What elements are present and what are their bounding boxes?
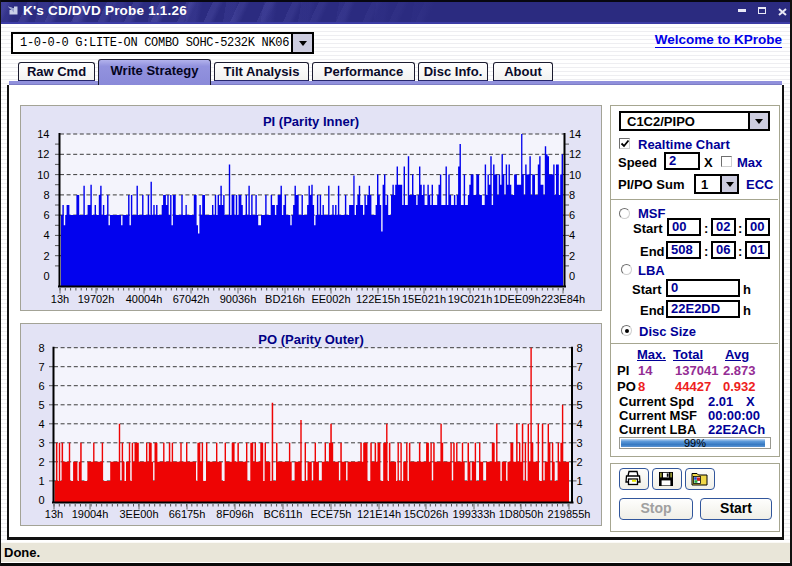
svg-text:40004h: 40004h <box>126 293 163 305</box>
svg-text:1DEE09h: 1DEE09h <box>493 293 540 305</box>
svg-text:1D8050h: 1D8050h <box>499 508 544 520</box>
svg-text:1: 1 <box>38 475 44 487</box>
svg-text:BD216h: BD216h <box>265 293 305 305</box>
svg-text:BC611h: BC611h <box>264 508 303 520</box>
svg-text:6: 6 <box>43 209 49 221</box>
svg-text:122E15h: 122E15h <box>356 293 400 305</box>
svg-text:6: 6 <box>38 380 44 392</box>
svg-text:12: 12 <box>37 148 49 160</box>
svg-text:13h: 13h <box>45 508 63 520</box>
svg-text:ECE75h: ECE75h <box>311 508 352 520</box>
svg-text:PI (Parity Inner): PI (Parity Inner) <box>263 114 359 129</box>
svg-text:219855h: 219855h <box>548 508 591 520</box>
svg-text:8: 8 <box>38 342 44 354</box>
svg-text:8: 8 <box>577 342 583 354</box>
svg-text:4: 4 <box>577 418 583 430</box>
svg-text:0: 0 <box>38 494 44 506</box>
svg-text:6: 6 <box>577 380 583 392</box>
svg-text:1: 1 <box>577 475 583 487</box>
svg-text:8: 8 <box>43 189 49 201</box>
svg-text:10: 10 <box>37 169 49 181</box>
svg-text:4: 4 <box>38 418 44 430</box>
svg-text:13h: 13h <box>51 293 69 305</box>
svg-text:12: 12 <box>569 148 581 160</box>
svg-text:4: 4 <box>43 229 49 241</box>
svg-text:66175h: 66175h <box>169 508 206 520</box>
svg-text:EE002h: EE002h <box>311 293 350 305</box>
svg-text:14: 14 <box>37 128 49 140</box>
svg-text:10: 10 <box>569 169 581 181</box>
svg-text:2: 2 <box>38 456 44 468</box>
svg-text:8F096h: 8F096h <box>216 508 253 520</box>
svg-text:3EE00h: 3EE00h <box>119 508 158 520</box>
svg-text:199333h: 199333h <box>453 508 496 520</box>
svg-text:7: 7 <box>38 361 44 373</box>
svg-text:19C021h: 19C021h <box>448 293 493 305</box>
svg-text:8: 8 <box>569 189 575 201</box>
svg-text:19702h: 19702h <box>78 293 115 305</box>
svg-text:67042h: 67042h <box>173 293 210 305</box>
svg-text:5: 5 <box>577 399 583 411</box>
svg-text:6: 6 <box>569 209 575 221</box>
svg-text:5: 5 <box>38 399 44 411</box>
svg-text:14: 14 <box>569 128 581 140</box>
svg-text:0: 0 <box>43 270 49 282</box>
svg-text:7: 7 <box>577 361 583 373</box>
svg-text:2: 2 <box>569 250 575 262</box>
svg-text:15C026h: 15C026h <box>404 508 449 520</box>
svg-text:0: 0 <box>577 494 583 506</box>
svg-text:4: 4 <box>569 229 575 241</box>
svg-text:2: 2 <box>43 250 49 262</box>
svg-text:19004h: 19004h <box>72 508 109 520</box>
svg-text:223E84h: 223E84h <box>541 293 585 305</box>
svg-text:90036h: 90036h <box>220 293 257 305</box>
svg-text:0: 0 <box>569 270 575 282</box>
svg-text:3: 3 <box>38 437 44 449</box>
svg-text:PO (Parity Outer): PO (Parity Outer) <box>258 332 363 347</box>
svg-text:2: 2 <box>577 456 583 468</box>
svg-text:121E14h: 121E14h <box>357 508 401 520</box>
svg-text:15E021h: 15E021h <box>402 293 446 305</box>
svg-text:3: 3 <box>577 437 583 449</box>
